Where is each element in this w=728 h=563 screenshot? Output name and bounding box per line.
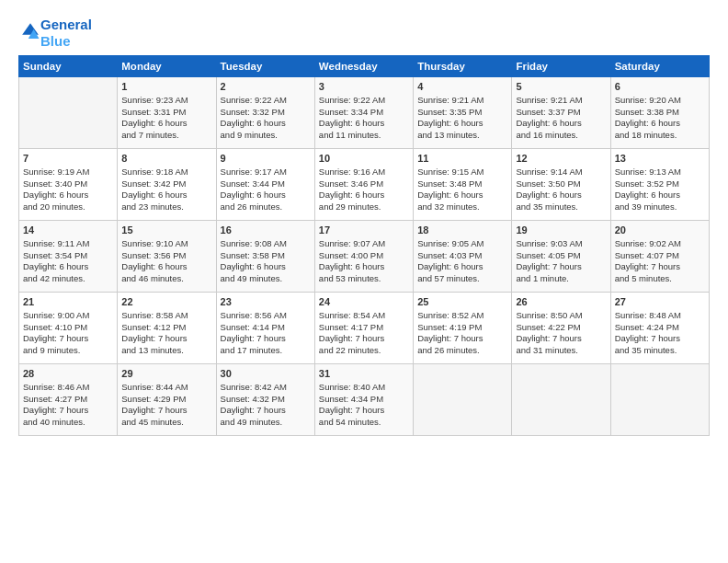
day-number: 2 (221, 80, 311, 94)
day-number: 9 (221, 152, 311, 166)
cell-content: 4Sunrise: 9:21 AMSunset: 3:35 PMDaylight… (417, 80, 507, 142)
cell-content: 19Sunrise: 9:03 AMSunset: 4:05 PMDayligh… (516, 224, 606, 285)
calendar-week-5: 28Sunrise: 8:46 AMSunset: 4:27 PMDayligh… (19, 364, 710, 436)
cell-info-line: Sunrise: 9:22 AM (221, 95, 311, 107)
cell-info-line: Sunset: 4:34 PM (319, 394, 409, 406)
cell-info-line: Sunrise: 8:58 AM (121, 310, 211, 322)
day-number: 28 (23, 367, 113, 381)
cell-info-line: and 23 minutes. (121, 201, 211, 213)
logo: GeneralBlue (18, 17, 92, 50)
cell-info-line: Sunset: 4:29 PM (121, 394, 211, 406)
cell-info-line: Daylight: 7 hours (23, 405, 113, 417)
day-number: 5 (516, 80, 606, 94)
cell-info-line: Daylight: 6 hours (221, 261, 311, 273)
calendar-week-4: 21Sunrise: 9:00 AMSunset: 4:10 PMDayligh… (19, 293, 710, 364)
calendar-cell: 16Sunrise: 9:08 AMSunset: 3:58 PMDayligh… (216, 221, 314, 293)
calendar-cell: 31Sunrise: 8:40 AMSunset: 4:34 PMDayligh… (314, 364, 413, 436)
cell-info-line: Daylight: 6 hours (23, 190, 113, 201)
cell-content: 7Sunrise: 9:19 AMSunset: 3:40 PMDaylight… (23, 152, 113, 213)
cell-content: 5Sunrise: 9:21 AMSunset: 3:37 PMDaylight… (516, 80, 606, 142)
cell-info-line: Sunrise: 8:50 AM (516, 310, 606, 322)
calendar-table: SundayMondayTuesdayWednesdayThursdayFrid… (18, 55, 710, 436)
cell-content: 9Sunrise: 9:17 AMSunset: 3:44 PMDaylight… (221, 152, 311, 213)
cell-info-line: and 9 minutes. (23, 345, 113, 357)
calendar-cell (610, 364, 709, 436)
cell-info-line: and 11 minutes. (319, 130, 409, 142)
cell-info-line: Sunset: 3:42 PM (121, 178, 211, 190)
cell-info-line: Daylight: 7 hours (615, 333, 705, 345)
cell-content: 30Sunrise: 8:42 AMSunset: 4:32 PMDayligh… (221, 367, 311, 429)
calendar-cell: 28Sunrise: 8:46 AMSunset: 4:27 PMDayligh… (19, 364, 118, 436)
cell-info-line: Daylight: 7 hours (221, 333, 311, 345)
cell-info-line: and 26 minutes. (417, 345, 507, 357)
day-number: 1 (121, 80, 211, 94)
cell-info-line: and 35 minutes. (516, 201, 606, 213)
cell-info-line: Daylight: 6 hours (121, 118, 211, 130)
cell-info-line: Sunset: 4:03 PM (417, 250, 507, 262)
cell-info-line: Sunset: 4:00 PM (319, 250, 409, 262)
cell-info-line: Daylight: 6 hours (221, 118, 311, 130)
cell-content: 22Sunrise: 8:58 AMSunset: 4:12 PMDayligh… (121, 295, 211, 357)
cell-info-line: Sunrise: 9:15 AM (417, 167, 507, 178)
cell-info-line: Sunset: 4:12 PM (121, 322, 211, 334)
cell-info-line: Sunset: 3:34 PM (319, 107, 409, 119)
calendar-week-1: 1Sunrise: 9:23 AMSunset: 3:31 PMDaylight… (19, 77, 710, 149)
day-number: 6 (615, 80, 705, 94)
calendar-cell: 1Sunrise: 9:23 AMSunset: 3:31 PMDaylight… (118, 77, 216, 149)
cell-info-line: Sunrise: 8:48 AM (615, 310, 705, 322)
calendar-cell: 29Sunrise: 8:44 AMSunset: 4:29 PMDayligh… (118, 364, 216, 436)
day-number: 30 (221, 367, 311, 381)
cell-info-line: Daylight: 6 hours (121, 261, 211, 273)
cell-content: 6Sunrise: 9:20 AMSunset: 3:38 PMDaylight… (615, 80, 705, 142)
day-number: 26 (516, 295, 606, 309)
day-number: 11 (417, 152, 507, 166)
calendar-week-3: 14Sunrise: 9:11 AMSunset: 3:54 PMDayligh… (19, 221, 710, 293)
cell-info-line: Sunrise: 9:18 AM (121, 167, 211, 178)
cell-info-line: Sunset: 4:17 PM (319, 322, 409, 334)
cell-info-line: Sunrise: 8:42 AM (221, 382, 311, 394)
cell-info-line: Sunset: 4:05 PM (516, 250, 606, 262)
cell-info-line: Sunset: 4:32 PM (221, 394, 311, 406)
day-header-friday: Friday (512, 56, 610, 77)
calendar-cell: 8Sunrise: 9:18 AMSunset: 3:42 PMDaylight… (118, 149, 216, 221)
cell-content: 3Sunrise: 9:22 AMSunset: 3:34 PMDaylight… (319, 80, 409, 142)
cell-info-line: Sunset: 3:40 PM (23, 178, 113, 190)
calendar-cell (414, 364, 512, 436)
day-number: 24 (319, 295, 409, 309)
cell-info-line: Daylight: 7 hours (516, 333, 606, 345)
cell-info-line: Sunrise: 9:22 AM (319, 95, 409, 107)
cell-content: 12Sunrise: 9:14 AMSunset: 3:50 PMDayligh… (516, 152, 606, 213)
calendar-cell: 4Sunrise: 9:21 AMSunset: 3:35 PMDaylight… (414, 77, 512, 149)
page: GeneralBlue SundayMondayTuesdayWednesday… (0, 0, 728, 563)
calendar-cell: 11Sunrise: 9:15 AMSunset: 3:48 PMDayligh… (414, 149, 512, 221)
cell-content: 24Sunrise: 8:54 AMSunset: 4:17 PMDayligh… (319, 295, 409, 357)
day-header-saturday: Saturday (610, 56, 709, 77)
calendar-cell: 2Sunrise: 9:22 AMSunset: 3:32 PMDaylight… (216, 77, 314, 149)
cell-info-line: Daylight: 7 hours (221, 405, 311, 417)
day-number: 3 (319, 80, 409, 94)
cell-content: 14Sunrise: 9:11 AMSunset: 3:54 PMDayligh… (23, 224, 113, 285)
cell-content: 28Sunrise: 8:46 AMSunset: 4:27 PMDayligh… (23, 367, 113, 429)
cell-content: 21Sunrise: 9:00 AMSunset: 4:10 PMDayligh… (23, 295, 113, 357)
cell-info-line: Daylight: 7 hours (417, 333, 507, 345)
cell-info-line: and 1 minute. (516, 273, 606, 285)
cell-info-line: Sunset: 4:22 PM (516, 322, 606, 334)
cell-info-line: and 20 minutes. (23, 201, 113, 213)
cell-content: 15Sunrise: 9:10 AMSunset: 3:56 PMDayligh… (121, 224, 211, 285)
calendar-cell: 17Sunrise: 9:07 AMSunset: 4:00 PMDayligh… (314, 221, 413, 293)
cell-info-line: Sunrise: 9:11 AM (23, 238, 113, 250)
day-number: 8 (121, 152, 211, 166)
cell-info-line: and 42 minutes. (23, 273, 113, 285)
cell-info-line: and 54 minutes. (319, 417, 409, 429)
cell-info-line: Daylight: 6 hours (23, 261, 113, 273)
cell-info-line: Sunrise: 9:20 AM (615, 95, 705, 107)
day-number: 13 (615, 152, 705, 166)
calendar-cell (512, 364, 610, 436)
cell-info-line: Daylight: 7 hours (516, 261, 606, 273)
cell-info-line: and 16 minutes. (516, 130, 606, 142)
cell-info-line: Daylight: 6 hours (319, 261, 409, 273)
cell-info-line: and 53 minutes. (319, 273, 409, 285)
cell-info-line: Sunset: 4:14 PM (221, 322, 311, 334)
day-number: 14 (23, 224, 113, 237)
cell-content: 11Sunrise: 9:15 AMSunset: 3:48 PMDayligh… (417, 152, 507, 213)
